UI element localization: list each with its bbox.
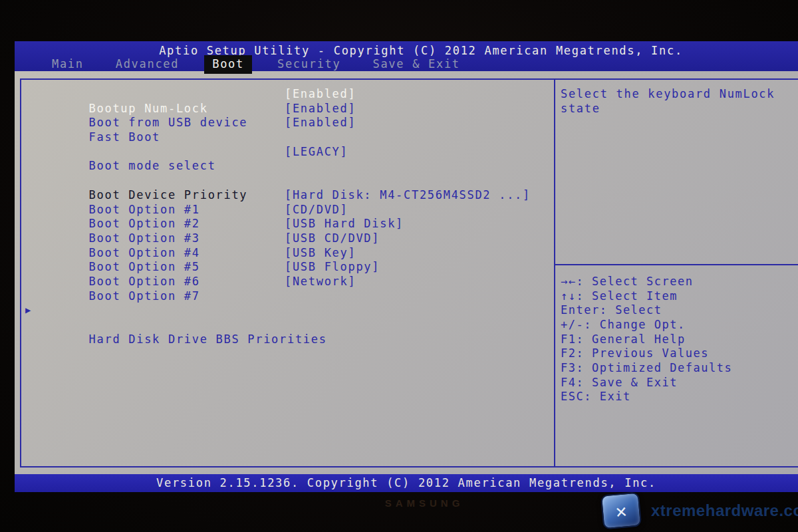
menu-item-boot-from-usb[interactable]: Boot from USB device [Enabled]	[41, 102, 547, 116]
menu-item-value: [Enabled]	[285, 102, 356, 116]
menu-item-fast-boot[interactable]: Fast Boot [Enabled]	[41, 116, 547, 130]
menu-item-boot-option-3[interactable]: Boot Option #3 [USB Hard Disk]	[41, 217, 547, 231]
legend-f2-previous: F2: Previous Values	[561, 346, 732, 361]
menu-item-value: [USB Key]	[285, 246, 356, 261]
menu-item-value: [Hard Disk: M4-CT256M4SSD2 ...]	[285, 188, 531, 203]
version-bar: Version 2.15.1236. Copyright (C) 2012 Am…	[15, 474, 798, 492]
menu-item-value: [LEGACY]	[285, 145, 348, 160]
setup-utility-title: Aptio Setup Utility - Copyright (C) 2012…	[29, 44, 798, 57]
menu-tab-bar: Main Advanced Boot Security Save & Exit	[45, 57, 467, 71]
submenu-arrow-icon: ▶	[25, 303, 32, 318]
section-header-boot-device-priority: Boot Device Priority	[41, 174, 547, 188]
watermark: ✕ xtremehardware.com	[602, 493, 798, 528]
spacer-row	[41, 289, 547, 304]
menu-item-bootup-numlock[interactable]: Bootup Num-Lock [Enabled]	[41, 87, 547, 102]
help-panel-divider	[555, 264, 798, 265]
tab-advanced[interactable]: Advanced	[109, 57, 186, 72]
menu-item-value: [Network]	[285, 275, 356, 289]
menu-item-boot-mode-select[interactable]: Boot mode select [LEGACY]	[41, 145, 547, 160]
menu-item-boot-option-5[interactable]: Boot Option #5 [USB Key]	[41, 246, 547, 261]
legend-select-item: ↑↓: Select Item	[561, 289, 732, 304]
spacer-row	[41, 159, 547, 174]
bios-screen: Aptio Setup Utility - Copyright (C) 2012…	[15, 41, 798, 492]
spacer-row	[41, 130, 547, 145]
legend-esc-exit: ESC: Exit	[561, 390, 732, 404]
xtremehardware-x-icon: ✕	[600, 492, 642, 530]
tab-boot[interactable]: Boot	[204, 55, 252, 74]
boot-settings-menu: Bootup Num-Lock [Enabled] Boot from USB …	[41, 87, 547, 318]
menu-item-value: [USB CD/DVD]	[285, 231, 380, 246]
key-legend: →←: Select Screen ↑↓: Select Item Enter:…	[561, 275, 732, 404]
help-description: Select the keyboard NumLock state	[561, 87, 790, 116]
tab-save-exit[interactable]: Save & Exit	[366, 57, 466, 72]
menu-item-value: [CD/DVD]	[285, 203, 348, 217]
legend-f4-save-exit: F4: Save & Exit	[561, 376, 732, 390]
menu-item-value: [USB Floppy]	[285, 260, 380, 275]
menu-item-boot-option-1[interactable]: Boot Option #1 [Hard Disk: M4-CT256M4SSD…	[41, 188, 547, 203]
menu-item-hdd-bbs-priorities[interactable]: ▶ Hard Disk Drive BBS Priorities	[41, 303, 547, 318]
legend-f1-help: F1: General Help	[561, 332, 732, 347]
menu-item-boot-option-4[interactable]: Boot Option #4 [USB CD/DVD]	[41, 231, 547, 246]
monitor-brand-logo: SAMSUNG	[368, 497, 481, 509]
menu-item-value: [Enabled]	[285, 116, 356, 130]
panel-divider-vertical	[554, 80, 555, 466]
legend-f3-defaults: F3: Optimized Defaults	[561, 361, 732, 376]
menu-item-label: Hard Disk Drive BBS Priorities	[89, 332, 327, 346]
menu-item-value: [Enabled]	[285, 87, 356, 102]
legend-change-opt: +/-: Change Opt.	[561, 318, 732, 332]
menu-item-value: [USB Hard Disk]	[285, 217, 404, 231]
title-bar: Aptio Setup Utility - Copyright (C) 2012…	[15, 41, 798, 71]
menu-item-boot-option-7[interactable]: Boot Option #7 [Network]	[41, 275, 547, 289]
menu-item-boot-option-6[interactable]: Boot Option #6 [USB Floppy]	[41, 260, 547, 275]
legend-enter-select: Enter: Select	[561, 303, 732, 318]
watermark-text: xtremehardware.com	[651, 501, 798, 520]
tab-main[interactable]: Main	[45, 57, 90, 72]
legend-select-screen: →←: Select Screen	[561, 275, 732, 289]
menu-item-boot-option-2[interactable]: Boot Option #2 [CD/DVD]	[41, 203, 547, 217]
tab-security[interactable]: Security	[271, 57, 347, 72]
